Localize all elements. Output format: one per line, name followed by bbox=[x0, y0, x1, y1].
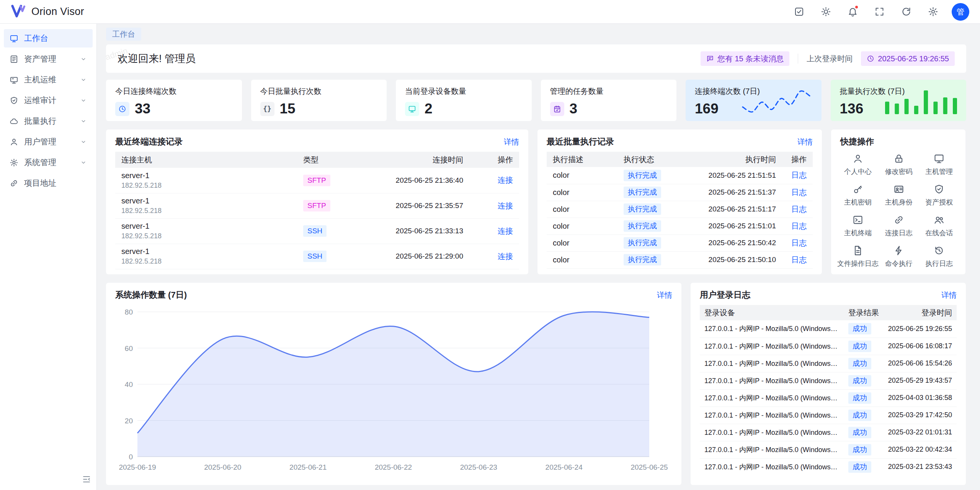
quick-actions-grid: 个人中心 修改密码 主机管理 主机密钥 bbox=[837, 153, 959, 268]
svg-text:2025-06-19: 2025-06-19 bbox=[119, 463, 156, 471]
braces-icon: {} bbox=[260, 102, 274, 116]
svg-text:2025-06-23: 2025-06-23 bbox=[460, 463, 497, 471]
table-row: color 执行完成 2025-06-25 21:50:10 日志 bbox=[547, 251, 813, 268]
quick-action[interactable]: 在线会话 bbox=[919, 215, 960, 238]
sidebar-item-label: 系统管理 bbox=[24, 157, 56, 168]
login-device: 127.0.0.1 - 内网IP - Mozilla/5.0 (Windows … bbox=[700, 320, 844, 338]
breadcrumb-item[interactable]: 工作台 bbox=[106, 28, 141, 41]
sidebar-item[interactable]: 批量执行 bbox=[4, 112, 93, 130]
welcome-meta: 您有 15 条未读消息 上次登录时间 2025-06-25 19:26:55 bbox=[701, 51, 955, 66]
quick-action-label: 个人中心 bbox=[844, 167, 872, 176]
login-time: 2025-06-06 15:54:26 bbox=[882, 355, 957, 372]
connect-link[interactable]: 连接 bbox=[498, 252, 513, 261]
fullscreen-icon[interactable] bbox=[871, 4, 887, 20]
stat-label: 今日连接终端次数 bbox=[115, 86, 233, 97]
sidebar-item[interactable]: 系统管理 bbox=[4, 153, 93, 172]
quick-action-label: 连接日志 bbox=[885, 228, 913, 238]
connect-link[interactable]: 连接 bbox=[498, 227, 513, 235]
exec-time: 2025-06-25 21:51:17 bbox=[683, 201, 782, 218]
last-login-label: 上次登录时间 bbox=[807, 54, 853, 64]
quick-action[interactable]: 主机密钥 bbox=[837, 184, 879, 207]
sidebar-item[interactable]: 运维审计 bbox=[4, 91, 93, 110]
log-link[interactable]: 日志 bbox=[791, 239, 807, 247]
quick-action[interactable]: 修改密码 bbox=[879, 153, 919, 176]
sidebar-collapse-button[interactable] bbox=[82, 475, 91, 484]
quick-action[interactable]: 命令执行 bbox=[879, 245, 919, 268]
sidebar-item[interactable]: 资产管理 bbox=[4, 50, 93, 68]
topbar-actions: 管 bbox=[791, 3, 969, 21]
terminal-detail-link[interactable]: 详情 bbox=[504, 137, 519, 147]
login-device: 127.0.0.1 - 内网IP - Mozilla/5.0 (Windows … bbox=[700, 389, 844, 406]
batch-detail-link[interactable]: 详情 bbox=[797, 137, 813, 147]
sidebar-item[interactable]: 项目地址 bbox=[4, 174, 93, 192]
bottom-row: 系统操作数量 (7日) 详情 0204060802025-06-192025-0… bbox=[106, 283, 966, 485]
col-header: 执行时间 bbox=[683, 152, 782, 167]
breadcrumb: 工作台 bbox=[106, 28, 966, 41]
notification-bell-icon[interactable] bbox=[844, 4, 861, 20]
sidebar-item-icon bbox=[10, 75, 18, 84]
quick-action[interactable]: 个人中心 bbox=[837, 153, 879, 176]
log-link[interactable]: 日志 bbox=[791, 188, 807, 197]
quick-action[interactable]: 主机身份 bbox=[879, 184, 919, 207]
sidebar-item[interactable]: 用户管理 bbox=[4, 133, 93, 151]
exec-desc: color bbox=[547, 184, 617, 201]
exec-time: 2025-06-25 21:51:51 bbox=[683, 167, 782, 184]
sidebar-item-icon bbox=[10, 158, 18, 167]
quick-action[interactable]: 主机终端 bbox=[837, 215, 879, 238]
ops-detail-link[interactable]: 详情 bbox=[657, 290, 672, 300]
ops-area-chart: 0204060802025-06-192025-06-202025-06-212… bbox=[115, 305, 672, 476]
card-title: 快捷操作 bbox=[840, 136, 874, 147]
quick-action-label: 命令执行 bbox=[885, 259, 913, 268]
stat-card-batch-7d: 批量执行次数 (7日) 136 bbox=[831, 80, 967, 121]
quick-action[interactable]: 连接日志 bbox=[879, 215, 919, 238]
quick-action-icon bbox=[893, 184, 904, 195]
col-header: 登录设备 bbox=[700, 305, 844, 320]
col-header: 类型 bbox=[297, 152, 354, 168]
log-link[interactable]: 日志 bbox=[791, 256, 807, 264]
quick-action-label: 资产授权 bbox=[925, 198, 953, 207]
status-tag: 执行完成 bbox=[624, 187, 661, 198]
quick-action-label: 主机终端 bbox=[844, 228, 872, 238]
connect-link[interactable]: 连接 bbox=[498, 202, 513, 210]
monitor-icon bbox=[405, 102, 419, 116]
sidebar-item[interactable]: 工作台 bbox=[4, 29, 93, 48]
stat-card-batch-today: 今日批量执行次数 {} 15 bbox=[251, 80, 387, 121]
quick-action[interactable]: 文件操作日志 bbox=[837, 245, 879, 268]
stat-value: 33 bbox=[135, 101, 150, 117]
login-device: 127.0.0.1 - 内网IP - Mozilla/5.0 (Windows … bbox=[700, 338, 844, 355]
unread-messages-badge[interactable]: 您有 15 条未读消息 bbox=[701, 51, 789, 66]
exec-desc: color bbox=[547, 201, 617, 218]
settings-gear-icon[interactable] bbox=[925, 4, 941, 20]
middle-row: 最近终端连接记录 详情 连接主机 类型 连接时间 操作 server-1 bbox=[106, 129, 966, 274]
log-link[interactable]: 日志 bbox=[791, 205, 807, 213]
svg-text:2025-06-21: 2025-06-21 bbox=[289, 463, 327, 471]
result-tag: 成功 bbox=[848, 461, 871, 473]
quick-action[interactable]: 资产授权 bbox=[919, 184, 960, 207]
clock-icon bbox=[115, 102, 129, 116]
main-content: 工作台 欢迎回来! 管理员 您有 15 条未读消息 上次登录时间 2025-06… bbox=[97, 24, 980, 490]
login-time: 2025-03-22 01:01:31 bbox=[882, 424, 957, 441]
protocol-tag: SSH bbox=[303, 225, 327, 237]
quick-action[interactable]: 执行日志 bbox=[919, 245, 960, 268]
log-link[interactable]: 日志 bbox=[791, 222, 807, 230]
chevron-down-icon bbox=[80, 159, 87, 166]
host-name: server-1 bbox=[121, 196, 291, 206]
protocol-tag: SFTP bbox=[303, 175, 330, 186]
user-avatar[interactable]: 管 bbox=[952, 3, 969, 21]
sidebar-item[interactable]: 主机运维 bbox=[4, 70, 93, 89]
unread-messages-text: 您有 15 条未读消息 bbox=[717, 54, 784, 64]
theme-sun-icon[interactable] bbox=[818, 4, 834, 20]
connect-link[interactable]: 连接 bbox=[498, 176, 513, 184]
svg-text:2025-06-20: 2025-06-20 bbox=[204, 463, 241, 471]
stat-card-login-devices: 当前登录设备数量 2 bbox=[396, 80, 532, 121]
chevron-down-icon bbox=[80, 56, 87, 62]
refresh-icon[interactable] bbox=[898, 4, 914, 20]
stat-value: 3 bbox=[570, 101, 578, 117]
log-link[interactable]: 日志 bbox=[791, 171, 807, 179]
check-square-icon[interactable] bbox=[791, 4, 807, 20]
host-ip: 182.92.5.218 bbox=[121, 257, 291, 266]
quick-action[interactable]: 主机管理 bbox=[919, 153, 960, 176]
terminal-7d-sparkline bbox=[740, 89, 812, 114]
login-detail-link[interactable]: 详情 bbox=[941, 290, 957, 300]
exec-desc: color bbox=[547, 251, 617, 268]
